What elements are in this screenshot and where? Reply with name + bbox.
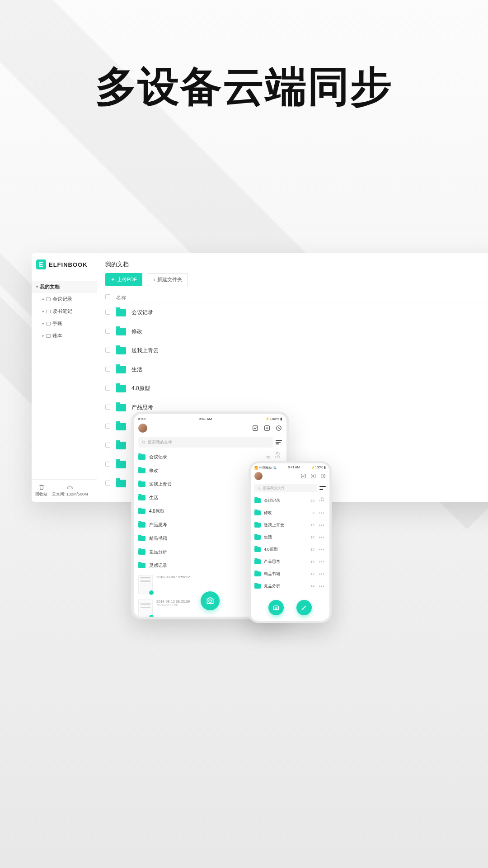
sidebar-root[interactable]: ▾ 我的文档	[32, 281, 97, 293]
upload-pdf-button[interactable]: 上传PDF	[105, 273, 142, 286]
more-icon[interactable]: •••	[318, 584, 326, 589]
svg-point-9	[258, 487, 260, 489]
item-name: 4.0原型	[264, 547, 303, 552]
clock-icon[interactable]	[320, 473, 326, 479]
status-bar: iPad 9:41 AM ⚡100% ▮	[134, 414, 286, 422]
doc-timestamp: 2018-03-08 19:56:12	[156, 575, 190, 579]
row-checkbox[interactable]	[105, 348, 110, 353]
chevron-right-icon: ▸	[42, 321, 44, 326]
upload-label: 上传PDF	[117, 276, 137, 283]
item-name: 精品书籍	[264, 571, 303, 577]
new-folder-button[interactable]: + 新建文件夹	[147, 273, 188, 286]
sidebar-item[interactable]: ▸会议记录	[32, 293, 97, 305]
row-checkbox[interactable]	[105, 329, 110, 334]
search-input[interactable]: 搜索我的文件	[254, 484, 317, 492]
folder-icon	[116, 461, 126, 468]
chevron-right-icon: ▸	[42, 297, 44, 301]
folder-icon	[254, 559, 261, 564]
sidebar-item-label: 账本	[52, 332, 62, 339]
more-icon[interactable]: •••	[318, 572, 326, 576]
search-input[interactable]: 搜索我的文件	[138, 437, 273, 448]
new-folder-label: 新建文件夹	[157, 276, 182, 283]
row-checkbox[interactable]	[105, 386, 110, 391]
folder-icon	[254, 510, 261, 515]
row-checkbox[interactable]	[105, 310, 110, 315]
edit-fab[interactable]	[296, 600, 312, 615]
folder-icon	[138, 536, 145, 541]
list-item[interactable]: 修改8•••	[254, 507, 326, 519]
folder-icon	[116, 385, 126, 392]
cloud-value: 132M/500M	[66, 492, 88, 496]
item-name: 生活	[149, 495, 258, 501]
table-row[interactable]: 4.0原型2019-8-23 12:01:23	[97, 379, 488, 398]
sort-icon[interactable]	[276, 440, 282, 444]
list-item[interactable]: 会议记录20•••	[254, 495, 326, 507]
more-icon[interactable]: •••	[318, 560, 326, 564]
folder-icon	[116, 366, 126, 373]
camera-fab[interactable]	[268, 600, 284, 615]
list-item[interactable]: 精品书籍12•••	[254, 568, 326, 580]
sidebar-item[interactable]: ▸账本	[32, 330, 97, 342]
cloud-icon	[67, 484, 73, 491]
folder-icon	[116, 480, 126, 487]
table-row[interactable]: 修改2019-8-23 12:01:23	[97, 322, 488, 341]
list-item[interactable]: 产品思考15•••	[254, 556, 326, 568]
item-name: 精品书籍	[149, 535, 258, 542]
tag-icon[interactable]	[276, 451, 281, 457]
more-icon[interactable]: •••	[318, 535, 326, 540]
folder-icon	[138, 509, 145, 514]
chevron-down-icon: ▾	[36, 285, 38, 289]
folder-icon	[254, 523, 261, 528]
tag-icon[interactable]	[320, 497, 325, 501]
sidebar-item[interactable]: ▸手账	[32, 317, 97, 330]
status-time: 9:41 AM	[199, 417, 212, 421]
trash-link[interactable]: 回收站	[35, 484, 47, 497]
table-row[interactable]: 会议记录2019-8-23 12:01:23	[97, 303, 488, 322]
check-square-icon[interactable]	[252, 425, 258, 431]
row-name: 生活	[131, 366, 488, 373]
doc-thumbnail	[138, 599, 153, 618]
page-headline: 多设备云端同步	[0, 0, 488, 115]
avatar[interactable]	[254, 472, 263, 480]
row-checkbox[interactable]	[105, 405, 110, 410]
doc-subtext: 15-03-08 19:56	[156, 604, 190, 607]
sync-badge-icon	[149, 590, 154, 595]
search-placeholder: 搜索我的文件	[148, 439, 172, 445]
search-placeholder: 搜索我的文件	[263, 486, 285, 491]
sidebar-item-label: 会议记录	[52, 296, 72, 302]
more-icon[interactable]: •••	[318, 547, 326, 552]
sidebar-item[interactable]: ▸读书笔记	[32, 305, 97, 317]
row-checkbox[interactable]	[105, 481, 110, 486]
row-checkbox[interactable]	[105, 367, 110, 372]
more-icon[interactable]: •••	[318, 523, 326, 528]
status-battery: 100%	[270, 417, 279, 421]
folder-icon	[138, 454, 145, 460]
item-count: 12	[306, 572, 314, 576]
list-item[interactable]: 送我上青云15•••	[254, 519, 326, 531]
list-item[interactable]: 4.0原型16•••	[254, 543, 326, 556]
svg-rect-6	[301, 474, 305, 478]
item-name: 送我上青云	[149, 481, 258, 487]
sort-icon[interactable]	[319, 486, 326, 490]
camera-fab[interactable]	[201, 591, 220, 610]
item-name: 送我上青云	[264, 522, 303, 528]
list-item[interactable]: 竞品分析14•••	[254, 580, 326, 592]
sidebar-bottom: 回收站 云空间: 132M/500M	[32, 479, 97, 502]
camera-icon	[272, 604, 280, 611]
select-all-checkbox[interactable]	[105, 294, 110, 299]
list-item[interactable]: 生活18•••	[254, 531, 326, 543]
clock-icon[interactable]	[276, 425, 282, 431]
more-icon[interactable]: •••	[318, 511, 326, 515]
svg-point-5	[209, 600, 211, 603]
table-row[interactable]: 生活2019-8-23 12:01:23	[97, 360, 488, 379]
add-square-icon[interactable]	[310, 473, 316, 479]
add-square-icon[interactable]	[264, 425, 270, 431]
avatar[interactable]	[138, 424, 147, 433]
row-checkbox[interactable]	[105, 462, 110, 467]
column-name[interactable]: 名称	[116, 294, 488, 301]
table-row[interactable]: 送我上青云2019-8-23 12:01:23	[97, 341, 488, 360]
folder-icon	[138, 563, 145, 568]
check-square-icon[interactable]	[300, 473, 306, 479]
row-checkbox[interactable]	[105, 424, 110, 429]
row-checkbox[interactable]	[105, 443, 110, 448]
